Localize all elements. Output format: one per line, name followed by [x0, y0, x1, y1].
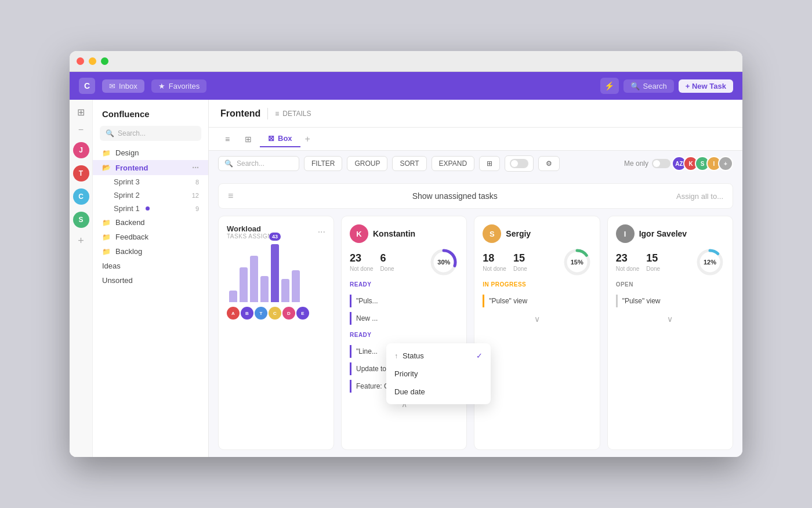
stat-done: 6 Done	[380, 252, 394, 272]
sidebar-item-backlog[interactable]: 📁 Backlog	[93, 244, 208, 259]
me-only-label: Me only	[624, 159, 648, 168]
ideas-label: Ideas	[102, 262, 121, 270]
page-title: Frontend	[220, 108, 260, 119]
user-icon-c[interactable]: C	[73, 188, 89, 205]
toggle-switch[interactable]	[505, 155, 534, 172]
not-done-label: Not done	[350, 266, 374, 272]
backend-label: Backend	[115, 218, 145, 227]
lightning-button[interactable]: ⚡	[600, 78, 619, 94]
wa-3: T	[255, 307, 267, 320]
igor-task-pulse[interactable]: "Pulse" view	[616, 295, 724, 307]
expand-button[interactable]: EXPAND	[432, 156, 474, 171]
me-only-toggle[interactable]: Me only	[624, 159, 670, 168]
list-icon: ≡	[275, 110, 279, 118]
search-input[interactable]: 🔍 Search...	[218, 156, 299, 171]
dropdown-duedate[interactable]: Due date	[386, 383, 491, 401]
igor-not-done-num: 23	[616, 252, 640, 264]
sergiy-not-done: 18 Not done	[483, 252, 506, 272]
status-label: Status	[403, 351, 424, 360]
nav-right: ⚡ 🔍 Search + New Task	[600, 78, 733, 94]
app-logo[interactable]: C	[79, 78, 95, 94]
done-num: 6	[380, 252, 394, 264]
konstantin-stats: 23 Not done 6 Done	[350, 248, 458, 277]
wa-2: B	[241, 307, 253, 320]
igor-pct: 12%	[704, 259, 716, 266]
sidebar-item-label: Frontend	[115, 164, 148, 172]
dropdown-status[interactable]: ↑ Status ✓	[386, 347, 491, 365]
unsorted-label: Unsorted	[102, 276, 133, 285]
details-button[interactable]: ≡ DETAILS	[275, 110, 311, 118]
sprint1-dot	[146, 206, 150, 211]
sidebar-item-unsorted[interactable]: Unsorted	[93, 273, 208, 288]
sprint3-badge: 8	[195, 179, 199, 186]
task-pulse[interactable]: "Puls...	[350, 295, 458, 307]
group-button[interactable]: GROUP	[347, 156, 387, 171]
favorites-button[interactable]: ★ Favorites	[151, 79, 206, 93]
main-content: Frontend ≡ DETAILS ≡ ⊞ ⊠ Box +	[209, 100, 742, 457]
konstantin-ring: 30%	[429, 248, 458, 277]
settings-button[interactable]: ⚙	[538, 156, 560, 171]
workload-menu[interactable]: ···	[318, 227, 325, 237]
favorites-label: Favorites	[169, 82, 200, 90]
konstantin-pct: 30%	[437, 259, 450, 266]
grid-icon[interactable]: ⊞	[77, 107, 85, 118]
bar-4	[260, 276, 269, 302]
unassigned-text: Show unassigned tasks	[240, 191, 669, 201]
ellipsis-icon[interactable]: ···	[192, 163, 199, 172]
workload-chart: 43	[227, 244, 325, 302]
wa-6: E	[296, 307, 309, 320]
sidebar-item-backend[interactable]: 📁 Backend	[93, 215, 208, 230]
avatar-more[interactable]: +	[718, 156, 733, 171]
priority-label: Priority	[394, 369, 418, 378]
folder-icon: 📁	[102, 233, 111, 241]
sergiy-collapse[interactable]: ∨	[483, 312, 591, 326]
unassigned-bar: ≡ Show unassigned tasks Assign all to...	[218, 183, 733, 209]
sprint2-label: Sprint 2	[114, 191, 140, 199]
close-dot[interactable]	[77, 57, 84, 65]
sidebar-item-design[interactable]: 📁 Design	[93, 146, 208, 160]
sidebar-item-sprint2[interactable]: Sprint 2 12	[93, 188, 208, 202]
search-icon-small: 🔍	[106, 129, 114, 137]
inbox-button[interactable]: ✉ Inbox	[102, 79, 144, 93]
sidebar-item-sprint1[interactable]: Sprint 1 9	[93, 202, 208, 215]
assign-all-button[interactable]: Assign all to...	[676, 192, 723, 201]
sergiy-header: S Sergiy	[483, 224, 591, 243]
new-task-button[interactable]: + New Task	[679, 79, 733, 93]
sidebar-item-sprint3[interactable]: Sprint 3 8	[93, 175, 208, 188]
sidebar-item-feedback[interactable]: 📁 Feedback	[93, 230, 208, 244]
sort-button[interactable]: SORT	[392, 156, 426, 171]
sergiy-done-num: 15	[513, 252, 527, 264]
user-icon-j[interactable]: J	[73, 142, 89, 158]
tab-list[interactable]: ≡	[218, 130, 237, 148]
sergiy-done: 15 Done	[513, 252, 527, 272]
sergiy-task-pulse[interactable]: "Pulse" view	[483, 295, 591, 307]
tab-box[interactable]: ⊠ Box	[260, 130, 300, 147]
view-toggle-btn[interactable]: ⊞	[479, 156, 500, 171]
sidebar-item-frontend[interactable]: 📂 Frontend ···	[93, 160, 208, 175]
search-button[interactable]: 🔍 Search	[624, 79, 674, 93]
duedate-label: Due date	[394, 387, 425, 396]
igor-collapse[interactable]: ∨	[616, 312, 724, 326]
folder-icon: 📂	[102, 164, 111, 172]
sergiy-pct: 15%	[571, 259, 583, 266]
search-icon: 🔍	[630, 82, 640, 90]
sidebar-search[interactable]: 🔍 Search...	[100, 126, 201, 141]
sort-dropdown: ↑ Status ✓ Priority Due date	[386, 343, 491, 404]
box-icon: ⊠	[268, 134, 274, 143]
minimize-dot[interactable]	[89, 57, 96, 65]
new-task-label: + New Task	[686, 82, 726, 90]
sprint1-badge: 9	[195, 205, 199, 212]
add-workspace-icon[interactable]: +	[78, 235, 84, 247]
sergiy-status: IN PROGRESS	[483, 281, 591, 290]
igor-done-num: 15	[646, 252, 660, 264]
sidebar-item-ideas[interactable]: Ideas	[93, 259, 208, 273]
tab-board[interactable]: ⊞	[239, 130, 258, 148]
add-tab-button[interactable]: +	[305, 134, 310, 144]
maximize-dot[interactable]	[101, 57, 108, 65]
filter-button[interactable]: FILTER	[304, 156, 342, 171]
dropdown-priority[interactable]: Priority	[386, 365, 491, 383]
user-icon-s[interactable]: S	[73, 212, 89, 228]
user-icon-t[interactable]: T	[73, 165, 89, 182]
task-new[interactable]: New ...	[350, 312, 458, 325]
collapse-icon[interactable]: −	[78, 125, 84, 135]
